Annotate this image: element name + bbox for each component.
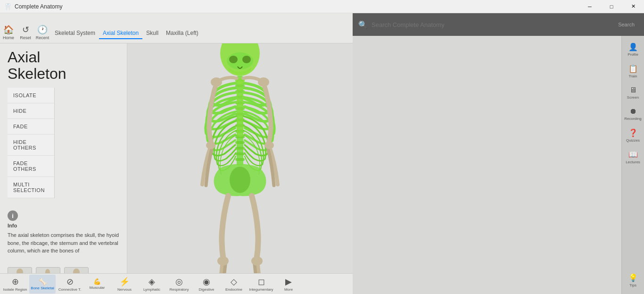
muscular-button[interactable]: 💪 Muscular <box>84 275 110 294</box>
info-icon: i <box>8 210 18 221</box>
menu-item-multi-selection[interactable]: MULTI SELECTION <box>8 177 54 198</box>
info-label: Info <box>8 223 119 228</box>
thumb-l-lateral[interactable]: L.Lateral <box>36 267 60 273</box>
svg-point-36 <box>258 77 269 87</box>
reset-icon: ↺ <box>22 25 29 35</box>
more-label: More <box>284 287 293 292</box>
search-button[interactable]: Search <box>614 20 638 29</box>
app-title: Complete Anatomy <box>15 3 62 10</box>
view-thumbnails: Anterior <box>8 265 119 273</box>
breadcrumb-maxilla[interactable]: Maxilla (Left) <box>162 28 202 39</box>
train-icon: 📋 <box>628 64 638 73</box>
train-button[interactable]: 📋 Train <box>624 61 643 81</box>
menu-item-fade-others[interactable]: FADE OTHERS <box>8 156 54 177</box>
titlebar-controls: ─ □ ✕ <box>579 0 644 13</box>
connective-t-icon: ⊘ <box>66 277 74 287</box>
reset-label: Reset <box>20 35 31 40</box>
menu-item-hide-others[interactable]: HIDE OTHERS <box>8 134 54 156</box>
bottom-toolbar: ⊕ Isolate Region 🦴 Bone Skeletal ⊘ Conne… <box>0 273 353 294</box>
recent-icon: 🕐 <box>37 25 48 35</box>
digestive-button[interactable]: ◉ Digestive <box>193 275 220 294</box>
main-layout: 🏠 Home ↺ Reset 🕐 Recent Skeletal System … <box>0 13 644 294</box>
maximize-button[interactable]: □ <box>601 0 622 13</box>
svg-point-0 <box>17 269 23 273</box>
nervous-icon: ⚡ <box>119 277 130 287</box>
integumentary-icon: ◻ <box>258 277 265 287</box>
svg-rect-28 <box>235 141 245 144</box>
screen-button[interactable]: 🖥 Screen <box>624 83 643 102</box>
connective-t-label: Connective T. <box>58 287 81 292</box>
profile-button[interactable]: 👤 Profile <box>624 40 643 59</box>
titlebar-left: 🦷 Complete Anatomy <box>0 3 62 10</box>
search-input[interactable] <box>372 21 611 28</box>
context-menu: ISOLATE HIDE FADE HIDE OTHERS FADE OTHER… <box>8 88 55 198</box>
content-area: Axial Skeleton ISOLATE HIDE FADE HIDE OT… <box>0 43 353 273</box>
svg-point-34 <box>230 167 250 193</box>
home-label: Home <box>3 35 14 40</box>
reset-button[interactable]: ↺ Reset <box>17 23 33 41</box>
svg-point-40 <box>251 256 263 266</box>
svg-rect-31 <box>235 158 245 161</box>
svg-point-35 <box>211 77 222 87</box>
svg-point-15 <box>242 56 251 63</box>
lymphatic-label: Lymphatic <box>143 287 160 292</box>
lymphatic-button[interactable]: ◈ Lymphatic <box>139 275 165 294</box>
menu-item-hide[interactable]: HIDE <box>8 103 54 119</box>
recent-button[interactable]: 🕐 Recent <box>34 23 50 41</box>
isolate-region-button[interactable]: ⊕ Isolate Region <box>2 275 28 294</box>
nervous-label: Nervous <box>117 287 132 292</box>
endocrine-button[interactable]: ◇ Endocrine <box>221 275 247 294</box>
bone-skeletal-icon: 🦴 <box>39 278 47 286</box>
nav-icons: 🏠 Home ↺ Reset 🕐 Recent <box>0 21 51 43</box>
info-text: The axial skeleton comprises the skull, … <box>8 231 119 255</box>
thumb-row: Anterior <box>8 267 119 273</box>
isolate-region-label: Isolate Region <box>3 287 27 292</box>
minimize-button[interactable]: ─ <box>579 0 601 13</box>
endocrine-icon: ◇ <box>231 277 237 287</box>
respiratory-button[interactable]: ◎ Respiratory <box>166 275 192 294</box>
lectures-button[interactable]: 📖 Lectures <box>624 147 643 167</box>
nav-icon-group: 🏠 Home ↺ Reset 🕐 Recent <box>0 23 50 41</box>
more-button[interactable]: ▶ More <box>275 275 302 294</box>
recording-button[interactable]: ⏺ Recording <box>624 104 643 124</box>
svg-rect-30 <box>235 152 245 155</box>
info-panel: Axial Skeleton ISOLATE HIDE FADE HIDE OT… <box>0 43 127 273</box>
skeleton-svg <box>150 43 330 273</box>
home-button[interactable]: 🏠 Home <box>0 23 17 41</box>
app-icon: 🦷 <box>4 3 12 10</box>
menu-item-fade[interactable]: FADE <box>8 119 54 134</box>
breadcrumb: Skeletal System Axial Skeleton Skull Max… <box>51 28 202 43</box>
thumb-posterior[interactable]: Posterior <box>64 267 89 273</box>
quizzes-icon: ❓ <box>628 128 638 137</box>
right-content-area <box>353 36 621 294</box>
quizzes-button[interactable]: ❓ Quizzes <box>624 126 643 145</box>
integumentary-button[interactable]: ◻ Integumentary <box>248 275 274 294</box>
breadcrumb-skull[interactable]: Skull <box>142 28 162 39</box>
thumb-anterior-img <box>8 267 32 273</box>
page-title-line2: Skeleton <box>8 65 66 82</box>
screen-label: Screen <box>627 95 639 100</box>
svg-point-37 <box>206 142 215 149</box>
home-icon: 🏠 <box>3 25 14 35</box>
page-title-block: Axial Skeleton <box>8 49 119 82</box>
connective-t-button[interactable]: ⊘ Connective T. <box>57 275 83 294</box>
recording-label: Recording <box>624 117 641 121</box>
recording-icon: ⏺ <box>629 107 637 116</box>
info-section: i Info The axial skeleton comprises the … <box>8 206 119 260</box>
breadcrumb-axial[interactable]: Axial Skeleton <box>99 28 142 39</box>
lectures-label: Lectures <box>626 160 640 164</box>
thumb-l-lateral-img <box>36 267 60 273</box>
thumb-posterior-img <box>64 267 89 273</box>
close-button[interactable]: ✕ <box>622 0 644 13</box>
menu-item-isolate[interactable]: ISOLATE <box>8 88 54 103</box>
breadcrumb-skeletal[interactable]: Skeletal System <box>51 28 99 39</box>
thumb-anterior[interactable]: Anterior <box>8 267 32 273</box>
right-main: 👤 Profile 📋 Train 🖥 Screen ⏺ Recording ❓ <box>353 36 644 294</box>
page-title-line1: Axial <box>8 49 40 66</box>
nervous-button[interactable]: ⚡ Nervous <box>111 275 138 294</box>
3d-viewer[interactable] <box>127 43 353 273</box>
profile-icon: 👤 <box>628 42 638 51</box>
tips-button[interactable]: 💡 Tips <box>624 270 643 290</box>
digestive-icon: ◉ <box>203 277 210 287</box>
bone-skeletal-button[interactable]: 🦴 Bone Skeletal <box>29 275 56 294</box>
